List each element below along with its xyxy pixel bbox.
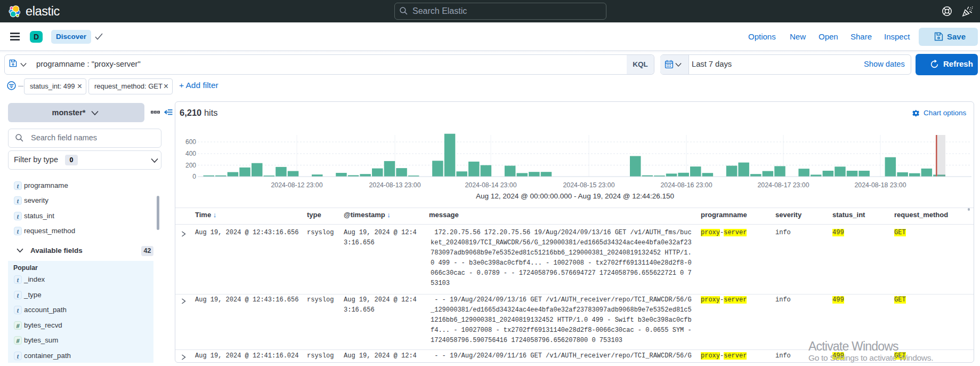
svg-text:400: 400 — [185, 150, 196, 157]
svg-text:2024-08-17 23:00: 2024-08-17 23:00 — [757, 181, 809, 189]
svg-text:600: 600 — [185, 138, 196, 146]
svg-text:2024-08-14 23:00: 2024-08-14 23:00 — [465, 181, 516, 189]
svg-text:2024-08-13 23:00: 2024-08-13 23:00 — [369, 181, 420, 189]
svg-text:200: 200 — [185, 162, 196, 169]
svg-text:2024-08-16 23:00: 2024-08-16 23:00 — [660, 181, 712, 189]
svg-text:2024-08-12 23:00: 2024-08-12 23:00 — [271, 181, 322, 189]
svg-text:2024-08-18 23:00: 2024-08-18 23:00 — [854, 181, 906, 189]
svg-text:2024-08-15 23:00: 2024-08-15 23:00 — [563, 181, 614, 189]
svg-text:0: 0 — [192, 173, 196, 180]
